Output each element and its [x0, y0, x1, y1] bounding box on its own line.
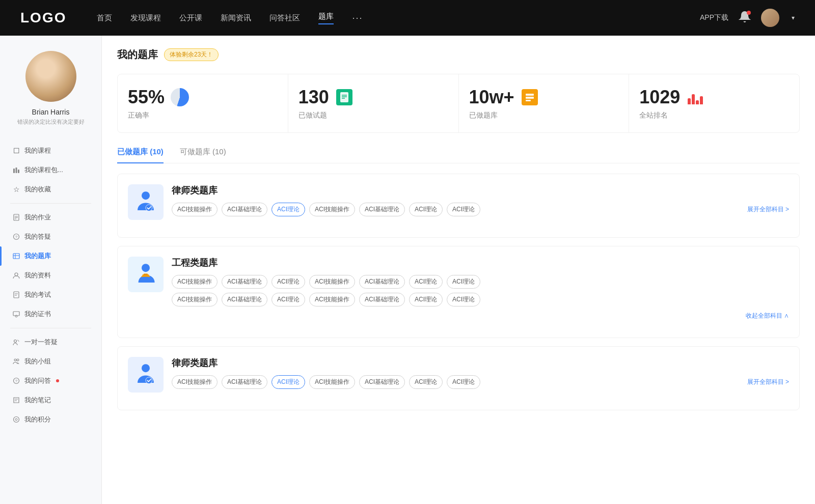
tag-eng2-aci-basic-2[interactable]: ACI基础理论 [359, 293, 405, 306]
stat-done-banks-value: 10w+ [469, 87, 514, 108]
tag-l2-aci-theory-3[interactable]: ACI理论 [447, 375, 480, 389]
nav-more-icon[interactable]: ··· [352, 13, 363, 23]
homework-icon [12, 213, 20, 221]
tag-l2-aci-basic-1[interactable]: ACI基础理论 [222, 375, 267, 389]
stat-rank-value: 1029 [639, 87, 680, 108]
nav-link-opencourse[interactable]: 公开课 [179, 13, 202, 23]
sidebar-item-points[interactable]: 我的积分 [0, 410, 101, 429]
tag-eng-aci-basic-2[interactable]: ACI基础理论 [359, 275, 405, 289]
qbank-title-lawyer-2: 律师类题库 [172, 357, 789, 369]
stats-row: 55% 正确率 130 [117, 74, 800, 133]
sidebar-item-homework[interactable]: 我的作业 [0, 208, 101, 227]
stat-done-questions-top: 130 [298, 87, 448, 108]
nav-link-qa[interactable]: 问答社区 [269, 13, 300, 23]
tag-aci-basic-theory-1[interactable]: ACI基础理论 [222, 203, 267, 216]
expand-link-lawyer-1[interactable]: 展开全部科目 > [747, 205, 789, 214]
sidebar-item-label: 我的课程包... [24, 165, 63, 175]
tag-aci-theory-3[interactable]: ACI理论 [447, 203, 480, 216]
tag-l2-aci-skill-1[interactable]: ACI技能操作 [172, 375, 218, 389]
tag-eng2-aci-theory-3[interactable]: ACI理论 [447, 293, 480, 306]
svg-point-38 [146, 377, 152, 384]
lawyer-svg [133, 190, 158, 214]
qbank-card-engineer-header: 工程类题库 ACI技能操作 ACI基础理论 ACI理论 ACI技能操作 ACI基… [128, 257, 789, 320]
tag-eng-aci-theory-2[interactable]: ACI理论 [409, 275, 443, 289]
lawyer-icon-wrap [128, 184, 164, 220]
sidebar-item-questions[interactable]: ? 我的问答 [0, 371, 101, 390]
sidebar-item-label: 我的小组 [24, 357, 51, 366]
svg-rect-1 [16, 167, 17, 173]
stat-done-banks-label: 已做题库 [469, 111, 619, 120]
bar3 [696, 100, 699, 104]
tag-eng2-aci-theory-1[interactable]: ACI理论 [271, 293, 305, 306]
tag-eng2-aci-skill-1[interactable]: ACI技能操作 [172, 293, 218, 306]
qbank-title-lawyer-1: 律师类题库 [172, 184, 789, 197]
nav-logo: LOGO [20, 10, 66, 26]
sidebar: Brian Harris 错误的决定比没有决定要好 ☐ 我的课程 我的课程包..… [0, 36, 102, 504]
questions-icon: ? [12, 377, 20, 385]
sidebar-item-label: 我的作业 [24, 213, 51, 222]
bar1 [688, 98, 691, 104]
avatar-image [25, 51, 76, 102]
sidebar-item-favorites[interactable]: ☆ 我的收藏 [0, 180, 101, 199]
exam-icon [12, 291, 20, 299]
sidebar-item-exam[interactable]: 我的考试 [0, 285, 101, 304]
tag-eng-aci-theory-3[interactable]: ACI理论 [447, 275, 480, 289]
tag-aci-basic-theory-2[interactable]: ACI基础理论 [359, 203, 405, 216]
nav-app-download[interactable]: APP下载 [700, 13, 728, 22]
tag-eng2-aci-basic-1[interactable]: ACI基础理论 [222, 293, 267, 306]
sidebar-item-qbank[interactable]: 我的题库 [0, 246, 101, 266]
nav-link-discover[interactable]: 发现课程 [130, 13, 161, 23]
sidebar-item-group[interactable]: 我的小组 [0, 352, 101, 371]
tag-eng-aci-skill-1[interactable]: ACI技能操作 [172, 275, 218, 289]
nav-link-news[interactable]: 新闻资讯 [221, 13, 251, 23]
sidebar-item-qa-me[interactable]: ? 我的答疑 [0, 227, 101, 246]
profile-icon [12, 271, 20, 279]
sidebar-item-label: 一对一答疑 [24, 338, 58, 347]
nav-link-home[interactable]: 首页 [97, 13, 112, 23]
tag-eng-aci-basic-1[interactable]: ACI基础理论 [222, 275, 267, 289]
tag-l2-aci-theory-active[interactable]: ACI理论 [271, 375, 305, 389]
tag-l2-aci-theory-2[interactable]: ACI理论 [409, 375, 443, 389]
user-menu-caret[interactable]: ▾ [792, 14, 795, 21]
tag-aci-theory-2[interactable]: ACI理论 [409, 203, 443, 216]
nav-link-qbank[interactable]: 题库 [318, 12, 334, 24]
bar4 [700, 96, 703, 104]
qbank-card-lawyer-2-body: 律师类题库 ACI技能操作 ACI基础理论 ACI理论 ACI技能操作 ACI基… [172, 357, 789, 389]
sidebar-item-courses[interactable]: ☐ 我的课程 [0, 141, 101, 160]
collapse-link-engineer[interactable]: 收起全部科目 ∧ [746, 312, 789, 319]
tab-done-banks[interactable]: 已做题库 (10) [117, 147, 164, 163]
sidebar-item-notes[interactable]: 我的笔记 [0, 390, 101, 410]
sidebar-item-label: 我的资料 [24, 271, 51, 280]
accuracy-icon [171, 88, 189, 106]
stat-done-banks: 10w+ 已做题库 [459, 74, 630, 132]
stat-accuracy: 55% 正确率 [118, 74, 288, 132]
navbar: LOGO 首页 发现课程 公开课 新闻资讯 问答社区 题库 ··· APP下载 … [0, 0, 815, 36]
tab-available-banks[interactable]: 可做题库 (10) [180, 147, 226, 163]
sidebar-item-profile[interactable]: 我的资料 [0, 266, 101, 285]
tag-l2-aci-skill-2[interactable]: ACI技能操作 [309, 375, 355, 389]
favorites-icon: ☆ [12, 185, 20, 193]
sidebar-item-1on1[interactable]: 一对一答疑 [0, 332, 101, 352]
tag-l2-aci-basic-2[interactable]: ACI基础理论 [359, 375, 405, 389]
sidebar-item-course-packages[interactable]: 我的课程包... [0, 160, 101, 180]
sidebar-item-label: 我的积分 [24, 415, 51, 424]
profile-avatar [25, 51, 76, 102]
tag-aci-theory-1-active[interactable]: ACI理论 [271, 203, 305, 216]
expand-link-lawyer-2[interactable]: 展开全部科目 > [747, 378, 789, 386]
nav-right: APP下载 ▾ [700, 9, 795, 27]
sidebar-item-label: 我的考试 [24, 290, 51, 299]
tags-and-expand-2: ACI技能操作 ACI基础理论 ACI理论 ACI技能操作 ACI基础理论 AC… [172, 375, 789, 389]
engineer-icon-wrap [128, 257, 164, 292]
nav-bell-button[interactable] [739, 11, 751, 25]
tag-aci-skill-ops-2[interactable]: ACI技能操作 [309, 203, 355, 216]
tag-eng-aci-theory-1[interactable]: ACI理论 [271, 275, 305, 289]
tag-aci-skill-ops-1[interactable]: ACI技能操作 [172, 203, 218, 216]
sidebar-item-label: 我的课程 [24, 146, 51, 155]
avatar[interactable] [761, 9, 779, 27]
tag-eng2-aci-skill-2[interactable]: ACI技能操作 [309, 293, 355, 306]
collapse-area: 收起全部科目 ∧ [172, 311, 789, 320]
sidebar-item-certificate[interactable]: 我的证书 [0, 304, 101, 324]
svg-rect-13 [14, 292, 19, 298]
tag-eng2-aci-theory-2[interactable]: ACI理论 [409, 293, 443, 306]
tag-eng-aci-skill-2[interactable]: ACI技能操作 [309, 275, 355, 289]
